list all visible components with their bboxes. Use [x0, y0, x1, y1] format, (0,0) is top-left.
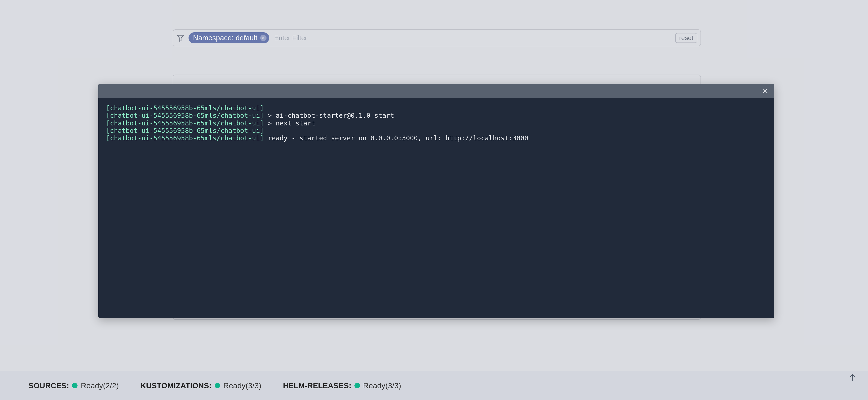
log-line: [chatbot-ui-545556958b-65mls/chatbot-ui]…	[106, 134, 767, 142]
log-source: [chatbot-ui-545556958b-65mls/chatbot-ui]	[106, 134, 264, 142]
logs-modal: [chatbot-ui-545556958b-65mls/chatbot-ui]…	[98, 84, 774, 318]
status-helm-releases: HELM-RELEASES: Ready(3/3)	[283, 381, 401, 390]
status-dot-icon	[354, 383, 360, 388]
status-value: Ready(2/2)	[81, 381, 119, 390]
log-output[interactable]: [chatbot-ui-545556958b-65mls/chatbot-ui]…	[98, 98, 774, 318]
page-root: Namespace: default reset [chatbot-ui-545…	[0, 0, 868, 400]
status-kustomizations: KUSTOMIZATIONS: Ready(3/3)	[141, 381, 261, 390]
scroll-to-top-button[interactable]	[848, 373, 857, 382]
status-sources: SOURCES: Ready(2/2)	[29, 381, 119, 390]
log-source: [chatbot-ui-545556958b-65mls/chatbot-ui]	[106, 119, 264, 127]
log-line: [chatbot-ui-545556958b-65mls/chatbot-ui]	[106, 127, 767, 134]
close-modal-button[interactable]	[762, 87, 769, 94]
status-bar: SOURCES: Ready(2/2) KUSTOMIZATIONS: Read…	[0, 371, 868, 400]
log-line: [chatbot-ui-545556958b-65mls/chatbot-ui]	[106, 104, 767, 112]
status-dot-icon	[215, 383, 220, 388]
status-label: SOURCES:	[29, 381, 69, 390]
status-dot-icon	[72, 383, 78, 388]
log-source: [chatbot-ui-545556958b-65mls/chatbot-ui]	[106, 127, 264, 134]
status-label: KUSTOMIZATIONS:	[141, 381, 212, 390]
modal-header	[98, 84, 774, 98]
log-line: [chatbot-ui-545556958b-65mls/chatbot-ui]…	[106, 112, 767, 119]
log-line: [chatbot-ui-545556958b-65mls/chatbot-ui]…	[106, 120, 767, 127]
log-source: [chatbot-ui-545556958b-65mls/chatbot-ui]	[106, 104, 264, 112]
log-source: [chatbot-ui-545556958b-65mls/chatbot-ui]	[106, 112, 264, 119]
status-value: Ready(3/3)	[363, 381, 401, 390]
log-message: > next start	[264, 119, 315, 127]
status-label: HELM-RELEASES:	[283, 381, 351, 390]
log-message: > ai-chatbot-starter@0.1.0 start	[264, 112, 394, 119]
log-message: ready - started server on 0.0.0.0:3000, …	[264, 134, 528, 142]
status-value: Ready(3/3)	[223, 381, 261, 390]
